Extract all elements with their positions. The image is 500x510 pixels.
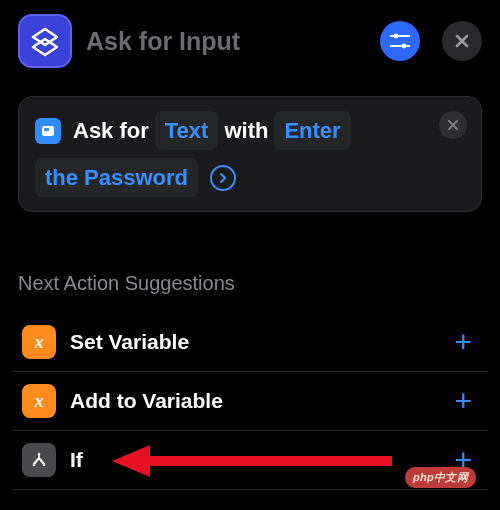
- card-text-middle: with: [224, 113, 268, 148]
- add-icon: +: [454, 384, 478, 418]
- suggestion-list: x Set Variable + x Add to Variable + If …: [0, 313, 500, 490]
- close-button[interactable]: [442, 21, 482, 61]
- input-action-icon: [35, 118, 61, 144]
- sliders-icon: [389, 33, 411, 49]
- prompt-token-line1[interactable]: Enter: [274, 111, 350, 150]
- suggestion-label: Set Variable: [70, 330, 440, 354]
- svg-rect-5: [44, 128, 49, 131]
- header: Ask for Input: [0, 0, 500, 86]
- add-icon: +: [454, 325, 478, 359]
- chevron-right-icon: [218, 173, 228, 183]
- shortcuts-app-icon: [18, 14, 72, 68]
- prompt-token-line2[interactable]: the Password: [35, 158, 198, 197]
- variable-icon: x: [22, 384, 56, 418]
- suggestion-set-variable[interactable]: x Set Variable +: [12, 313, 488, 372]
- suggestion-add-to-variable[interactable]: x Add to Variable +: [12, 372, 488, 431]
- svg-point-7: [33, 464, 36, 467]
- watermark: php中文网: [405, 467, 476, 488]
- action-card: Ask for Text with Enter the Password: [18, 96, 482, 212]
- close-icon: [447, 119, 459, 131]
- svg-point-6: [38, 453, 41, 456]
- svg-point-8: [43, 464, 46, 467]
- close-icon: [454, 33, 470, 49]
- suggestion-label: If: [70, 448, 440, 472]
- expand-details-button[interactable]: [210, 165, 236, 191]
- branch-icon: [22, 443, 56, 477]
- suggestions-heading: Next Action Suggestions: [18, 272, 482, 295]
- page-title: Ask for Input: [86, 27, 366, 56]
- card-text-prefix: Ask for: [73, 113, 149, 148]
- card-remove-button[interactable]: [439, 111, 467, 139]
- type-token[interactable]: Text: [155, 111, 219, 150]
- variable-icon: x: [22, 325, 56, 359]
- card-content: Ask for Text with Enter the Password: [35, 111, 465, 197]
- svg-point-1: [394, 34, 399, 39]
- settings-button[interactable]: [380, 21, 420, 61]
- shortcuts-glyph-icon: [29, 25, 61, 57]
- svg-point-3: [402, 44, 407, 49]
- suggestion-label: Add to Variable: [70, 389, 440, 413]
